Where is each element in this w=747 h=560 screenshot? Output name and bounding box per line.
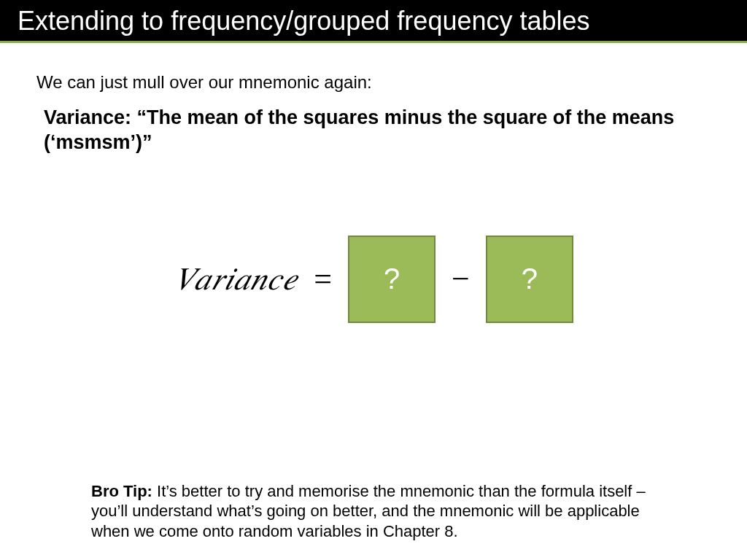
slide-body: We can just mull over our mnemonic again… [0, 43, 747, 323]
slide-title: Extending to frequency/grouped frequency… [18, 6, 590, 36]
intro-text: We can just mull over our mnemonic again… [36, 72, 711, 93]
placeholder-box-2-label: ? [522, 262, 538, 295]
mnemonic-text: Variance: “The mean of the squares minus… [44, 106, 681, 155]
slide-title-bar: Extending to frequency/grouped frequency… [0, 0, 747, 43]
variance-label: 𝑉𝑎𝑟𝑖𝑎𝑛𝑐𝑒 [174, 260, 298, 298]
placeholder-box-1-label: ? [384, 262, 400, 295]
tip-text: Bro Tip: It’s better to try and memorise… [91, 481, 656, 542]
placeholder-box-2[interactable]: ? [486, 236, 573, 323]
tip-region: Bro Tip: It’s better to try and memorise… [0, 481, 747, 542]
variance-formula: 𝑉𝑎𝑟𝑖𝑎𝑛𝑐𝑒 = ? − ? [36, 236, 711, 323]
tip-lead: Bro Tip: [91, 482, 152, 500]
tip-body: It’s better to try and memorise the mnem… [91, 482, 646, 540]
minus-sign: − [452, 260, 470, 298]
placeholder-box-1[interactable]: ? [348, 236, 436, 323]
equals-sign: = [314, 260, 332, 298]
